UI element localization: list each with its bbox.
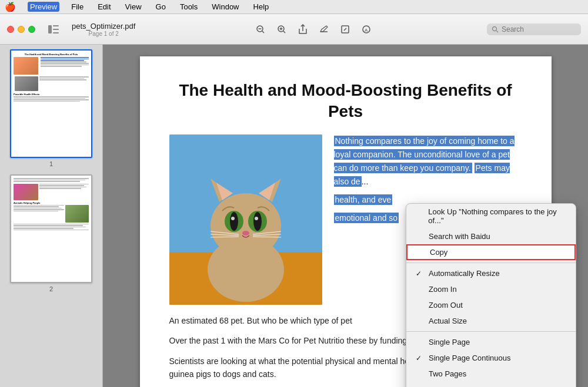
menu-view[interactable]: View [123,2,144,12]
cm-copy[interactable]: Copy [406,244,576,260]
sidebar: The Health and Mood-Boosting Benefits of… [0,45,103,387]
main-area: The Health and Mood-Boosting Benefits of… [0,45,588,387]
traffic-lights [7,26,35,33]
cm-actual-size-label: Actual Size [429,317,467,325]
sidebar-toggle-button[interactable] [45,21,62,38]
svg-rect-0 [48,25,52,33]
cm-separator-1 [406,263,576,263]
cm-lookup[interactable]: Look Up "Nothing compares to the joy of.… [406,204,576,228]
svg-point-15 [493,26,497,31]
zoom-out-button[interactable] [252,21,269,38]
markup-button[interactable]: A [358,21,375,38]
svg-point-31 [242,231,249,235]
cm-lookup-label: Look Up "Nothing compares to the joy of.… [428,207,566,225]
svg-rect-1 [53,25,59,26]
svg-line-10 [283,31,285,33]
cm-separator-2 [406,331,576,332]
thumbnail-page-1[interactable]: The Health and Mood-Boosting Benefits of… [5,49,98,167]
svg-point-30 [255,217,258,220]
svg-line-6 [262,31,264,33]
search-icon [492,26,499,33]
window-controls [7,26,40,33]
cm-auto-resize-label: Automatically Resize [429,269,500,278]
menu-go[interactable]: Go [153,2,168,12]
zoom-in-icon [277,25,286,34]
svg-line-16 [496,31,498,32]
close-button[interactable] [7,26,14,33]
cm-single-page-continuous[interactable]: ✓ Single Page Continuous [406,350,576,366]
context-menu: Look Up "Nothing compares to the joy of.… [406,203,576,387]
thumb-img4 [65,205,89,223]
highlighted-text-3: health, and eve [334,194,393,205]
cat-svg [169,134,322,305]
thumb-img3 [14,184,38,200]
menu-file[interactable]: File [69,2,86,12]
cm-two-pages-continuous[interactable]: Two Pages Continuous [406,382,576,387]
toolbar-title: pets_Optimizer.pdf Page 1 of 2 [72,22,135,37]
search-input[interactable] [502,25,566,33]
share-icon [298,24,308,35]
thumb-cat-img [14,57,38,75]
svg-point-27 [230,212,238,231]
annotate-button[interactable] [315,21,333,38]
thumb-cat2-img [15,76,38,91]
pdf-area: The Health and Mood-Boosting Benefits of… [103,45,588,387]
page-2-num: 2 [49,285,53,292]
zoom-out-icon [256,25,265,34]
menu-window[interactable]: Window [209,2,241,12]
search-box[interactable] [487,23,581,35]
menu-edit[interactable]: Edit [95,2,113,12]
svg-point-20 [211,193,281,258]
pdf-main-title: The Health and Mood-Boosting Benefits of… [169,80,522,123]
cm-zoom-in[interactable]: Zoom In [406,281,576,297]
page-1-thumbnail[interactable]: The Health and Mood-Boosting Benefits of… [10,49,92,158]
thumb-title-1: The Health and Mood-Boosting Benefits of… [14,53,89,56]
page-1-num: 1 [49,160,53,167]
document-title: pets_Optimizer.pdf [72,22,135,31]
resize-icon [340,25,350,34]
cm-two-pages-label: Two Pages [429,369,466,378]
svg-point-29 [231,217,235,220]
svg-text:A: A [365,28,368,33]
cat-image [169,134,322,305]
menubar: 🍎 Preview File Edit View Go Tools Window… [0,0,588,14]
cm-search-baidu[interactable]: Search with Baidu [406,228,576,244]
cm-copy-label: Copy [430,248,447,257]
maximize-button[interactable] [28,26,35,33]
annotate-icon [319,25,329,34]
cm-zoom-in-label: Zoom In [429,285,457,294]
svg-point-28 [253,212,262,231]
cm-single-page[interactable]: Single Page [406,334,576,350]
normal-text-1: ... [362,177,369,186]
share-button[interactable] [294,21,312,38]
menu-tools[interactable]: Tools [178,2,200,12]
cm-single-page-label: Single Page [429,338,470,346]
cm-actual-size[interactable]: Actual Size [406,313,576,329]
cm-auto-resize[interactable]: ✓ Automatically Resize [406,265,576,281]
sidebar-icon [48,25,59,33]
page-2-thumbnail[interactable]: Animals Helping People [10,174,92,283]
thumbnail-page-2[interactable]: Animals Helping People [5,174,98,292]
minimize-button[interactable] [18,26,25,33]
cm-single-page-continuous-label: Single Page Continuous [429,354,511,362]
svg-rect-3 [53,32,59,33]
toolbar-left [45,21,62,38]
highlighted-text-4: emotional and so [334,213,399,223]
apple-menu[interactable]: 🍎 [5,2,16,12]
svg-rect-2 [53,29,59,30]
zoom-in-button[interactable] [273,21,290,38]
menu-help[interactable]: Help [251,2,272,12]
toolbar: pets_Optimizer.pdf Page 1 of 2 [0,14,588,45]
markup-icon: A [362,25,371,34]
toolbar-right [487,23,581,35]
cm-zoom-out-label: Zoom Out [429,301,463,309]
cm-two-pages[interactable]: Two Pages [406,366,576,382]
menu-preview[interactable]: Preview [28,2,59,12]
toolbar-center: A [145,21,482,38]
resize-button[interactable] [336,21,354,38]
cm-search-baidu-label: Search with Baidu [429,232,490,241]
cm-zoom-out[interactable]: Zoom Out [406,297,576,313]
page-indicator: Page 1 of 2 [89,31,119,37]
